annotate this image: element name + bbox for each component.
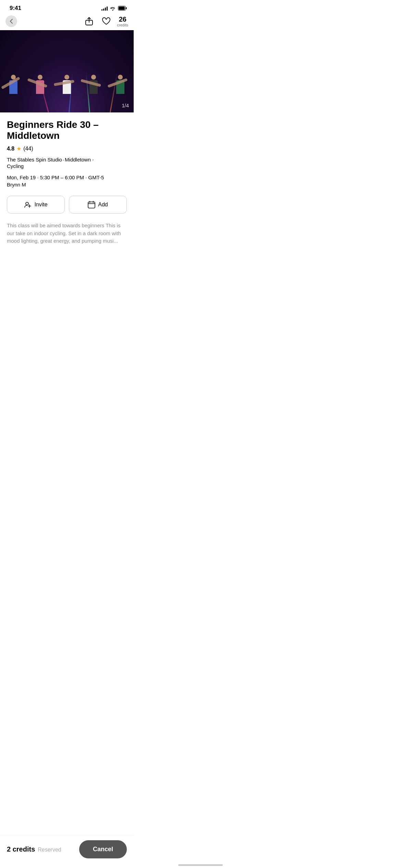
class-figures: [0, 75, 134, 102]
battery-icon: [118, 6, 127, 11]
nav-bar: 26 credits: [0, 14, 134, 30]
add-to-calendar-button[interactable]: Add: [69, 196, 127, 214]
credits-number: 26: [119, 15, 126, 23]
credits-badge: 26 credits: [117, 15, 128, 27]
wifi-icon: [110, 6, 116, 11]
studio-separator: ·: [63, 157, 64, 162]
schedule-row: Mon, Feb 19 · 5:30 PM – 6:00 PM · GMT-5: [7, 174, 127, 180]
back-button[interactable]: [5, 15, 17, 27]
figure-5: [113, 75, 127, 102]
rating-count: (44): [23, 146, 33, 152]
status-bar: 9:41: [0, 0, 134, 14]
head-5: [118, 75, 123, 80]
nav-right: 26 credits: [83, 15, 128, 27]
svg-rect-7: [88, 202, 95, 208]
invite-icon: [24, 201, 32, 208]
person-1: [7, 75, 20, 94]
image-counter: 1/4: [122, 103, 129, 108]
person-4: [87, 75, 100, 94]
status-icons: [101, 6, 127, 11]
figure-3: [60, 75, 74, 102]
studio-arrow-icon: ›: [92, 157, 94, 162]
person-5: [113, 75, 127, 94]
content-area: Beginners Ride 30 – Middletown 4.8 ★ (44…: [0, 112, 134, 245]
head-3: [64, 75, 69, 80]
status-time: 9:41: [10, 5, 21, 12]
person-3: [60, 75, 74, 94]
studio-location: Middletown: [65, 157, 91, 162]
star-icon: ★: [16, 145, 21, 152]
invite-button[interactable]: Invite: [7, 196, 65, 214]
studio-row: The Stables Spin Studio · Middletown ›: [7, 157, 127, 162]
rating-number: 4.8: [7, 146, 14, 152]
instructor-name: Brynn M: [7, 182, 127, 188]
figure-4: [87, 75, 100, 102]
person-2: [33, 75, 47, 94]
add-label: Add: [98, 202, 108, 208]
hero-background: [0, 30, 134, 112]
head-4: [91, 75, 96, 80]
favorite-button[interactable]: [100, 15, 112, 27]
credits-label: credits: [117, 23, 128, 27]
svg-rect-2: [119, 7, 125, 10]
head-2: [38, 75, 42, 80]
calendar-icon: [88, 201, 95, 208]
invite-label: Invite: [34, 202, 47, 208]
svg-rect-1: [126, 7, 127, 9]
svg-point-4: [26, 202, 28, 205]
action-buttons: Invite Add: [7, 196, 127, 214]
share-button[interactable]: [83, 15, 95, 27]
signal-icon: [101, 6, 108, 11]
studio-name: The Stables Spin Studio: [7, 157, 62, 162]
figure-2: [33, 75, 47, 102]
class-title: Beginners Ride 30 – Middletown: [7, 119, 127, 141]
class-description: This class will be aimed towards beginne…: [7, 222, 127, 245]
hero-image: 1/4: [0, 30, 134, 112]
nav-left: [5, 15, 17, 27]
rating-row: 4.8 ★ (44): [7, 145, 127, 152]
figure-1: [7, 75, 20, 102]
class-category: Cycling: [7, 163, 127, 169]
